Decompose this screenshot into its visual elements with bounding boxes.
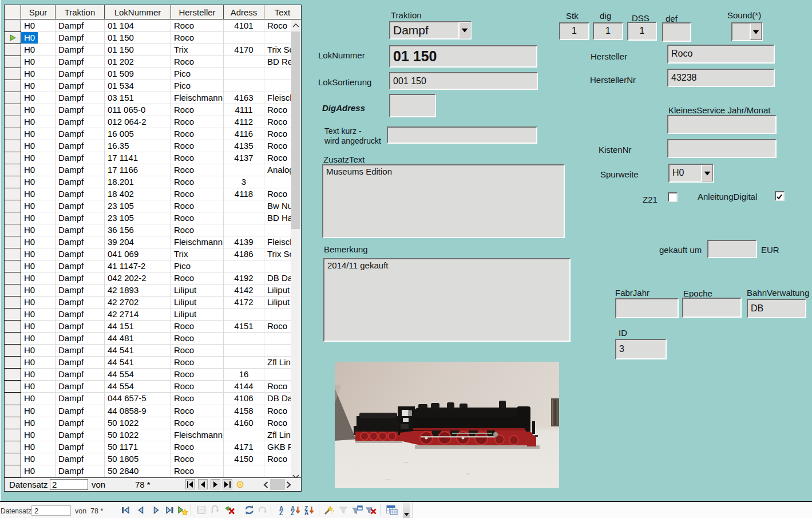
svg-text:A: A: [304, 510, 308, 516]
svg-text:Z: Z: [279, 510, 283, 516]
svg-text:Z: Z: [291, 510, 294, 516]
